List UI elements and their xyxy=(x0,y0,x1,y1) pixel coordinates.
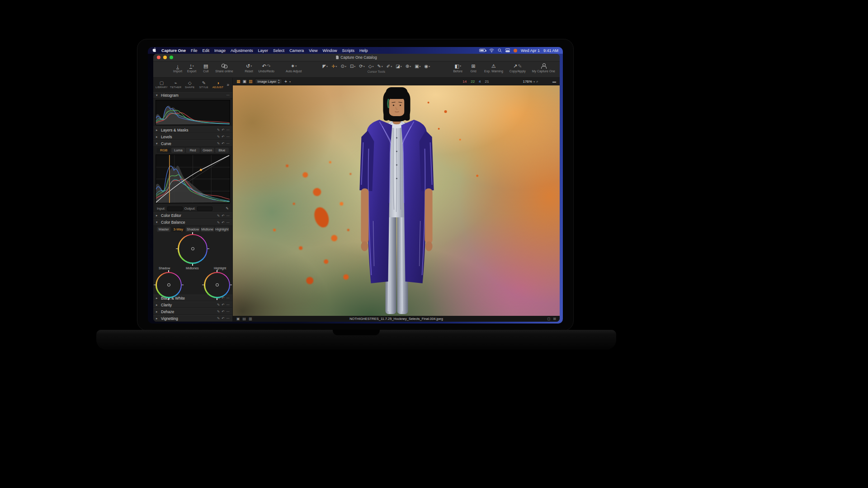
reset-panel-icon[interactable]: ↶ xyxy=(222,141,224,145)
menu-item-select[interactable]: Select xyxy=(273,48,284,53)
curve-tab-blue[interactable]: Blue xyxy=(215,148,229,153)
photo-canvas[interactable] xyxy=(233,85,560,316)
cb-tab-highlight[interactable]: Highlight xyxy=(215,227,229,232)
curve-edit-point-icon[interactable]: ✎ xyxy=(226,206,229,211)
single-view-icon[interactable]: ▣ xyxy=(243,79,247,84)
reset-panel-icon[interactable]: ↶ xyxy=(222,221,224,225)
more-icon[interactable]: ⋯ xyxy=(226,316,230,320)
rotate-tool-icon[interactable]: ⟳▾ xyxy=(359,64,364,69)
panel-header-levels[interactable]: ▸ Levels ✎ ↶ ⋯ xyxy=(153,133,232,140)
shadow-color-wheel[interactable] xyxy=(156,272,182,298)
curve-tab-red[interactable]: Red xyxy=(186,148,199,153)
panel-header-histogram[interactable]: ▾ Histogram ⋯ xyxy=(153,92,232,99)
wifi-icon[interactable] xyxy=(489,48,494,52)
more-icon[interactable]: ⋯ xyxy=(226,93,230,97)
more-icon[interactable]: ⋯ xyxy=(226,135,230,139)
panel-header-color-editor[interactable]: ▸ Color Editor ✎ ↶ ⋯ xyxy=(153,212,232,219)
curve-tab-rgb[interactable]: RGB xyxy=(157,148,170,153)
magic-brush-tool-icon[interactable]: ✐▾ xyxy=(387,64,392,69)
zoom-control[interactable]: 176% ▾ ⌕ xyxy=(523,79,538,84)
cb-tab-midtone[interactable]: Midtone xyxy=(201,227,214,232)
more-icon[interactable]: ⋯ xyxy=(226,128,230,132)
heal-tool-icon[interactable]: ⊕▾ xyxy=(406,64,411,69)
exposure-warning-button[interactable]: ⚠ Exp. Warning xyxy=(484,63,503,73)
tab-tether[interactable]: ⌁ TETHER xyxy=(169,80,182,89)
layer-select[interactable]: Image Layer ▴▾ xyxy=(255,79,283,84)
more-icon[interactable]: ⋯ xyxy=(226,303,230,307)
reset-panel-icon[interactable]: ↶ xyxy=(222,128,224,132)
control-center-icon[interactable] xyxy=(505,48,510,52)
menu-item-window[interactable]: Window xyxy=(323,48,337,53)
menu-item-edit[interactable]: Edit xyxy=(203,48,210,53)
panel-header-clarity[interactable]: ▸ Clarity ✎ ↶ ⋯ xyxy=(153,301,232,308)
my-capture-one-button[interactable]: My Capture One xyxy=(532,63,555,73)
menu-item-scripts[interactable]: Scripts xyxy=(342,48,355,53)
erase-tool-icon[interactable]: ◪▾ xyxy=(396,64,401,69)
proof-margin-icon[interactable]: ◻ xyxy=(547,317,551,321)
minimize-window-button[interactable] xyxy=(163,56,167,59)
select-tool-icon[interactable]: ◤▾ xyxy=(322,64,328,69)
panel-header-vignetting[interactable]: ▸ Vignetting ✎ ↶ ⋯ xyxy=(153,315,232,322)
thumbnails-view-icon[interactable]: ▦ xyxy=(236,79,241,84)
more-icon[interactable]: ⋯ xyxy=(226,141,230,145)
edit-icon[interactable]: ✎ xyxy=(217,221,220,225)
curve-tab-luma[interactable]: Luma xyxy=(171,148,185,153)
browser-toggle-icon[interactable]: ▣ xyxy=(236,317,240,321)
zoom-window-button[interactable] xyxy=(170,56,173,59)
menu-item-file[interactable]: File xyxy=(191,48,198,53)
reset-panel-icon[interactable]: ↶ xyxy=(222,214,224,218)
midtone-color-wheel[interactable] xyxy=(178,234,208,264)
edit-icon[interactable]: ✎ xyxy=(217,316,220,320)
panel-header-color-balance[interactable]: ▾ Color Balance ✎ ↶ ⋯ xyxy=(153,219,232,226)
copy-apply-button[interactable]: ↗✎ Copy/Apply xyxy=(509,63,526,73)
import-button[interactable]: ↓ Import xyxy=(173,63,182,73)
add-layer-caret-icon[interactable]: ▾ xyxy=(289,80,291,83)
reset-panel-icon[interactable]: ↶ xyxy=(222,135,224,139)
edit-icon[interactable]: ✎ xyxy=(217,141,220,145)
list-toggle-icon[interactable]: ▥ xyxy=(249,317,252,321)
compare-view-icon[interactable]: ▥ xyxy=(249,79,253,84)
search-icon[interactable] xyxy=(498,48,502,52)
capture-one-menu-extra-icon[interactable] xyxy=(514,49,517,52)
menu-item-camera[interactable]: Camera xyxy=(289,48,304,53)
close-window-button[interactable] xyxy=(157,56,160,59)
tab-shape[interactable]: ◇ SHAPE xyxy=(183,80,196,89)
edit-icon[interactable]: ✎ xyxy=(217,214,220,218)
clone-tool-icon[interactable]: ▣▾ xyxy=(415,64,420,69)
spot-tool-icon[interactable]: ◉▾ xyxy=(425,64,430,69)
tab-adjust[interactable]: ◑ ADJUST xyxy=(211,80,224,89)
reset-button[interactable]: ↺▾ Reset xyxy=(245,63,254,73)
menu-item-adjustments[interactable]: Adjustments xyxy=(231,48,253,53)
cb-tab-shadow[interactable]: Shadow xyxy=(186,227,199,232)
share-button[interactable]: Share online xyxy=(215,63,233,73)
before-button[interactable]: ◧▾ Before xyxy=(453,63,462,73)
curve-input-field[interactable] xyxy=(167,206,183,211)
more-icon[interactable]: ⋯ xyxy=(226,221,230,225)
curve-tab-green[interactable]: Green xyxy=(201,148,214,153)
tab-style[interactable]: ✎ STYLE xyxy=(197,80,210,89)
more-icon[interactable]: ⋯ xyxy=(226,310,230,314)
more-icon[interactable]: ⋯ xyxy=(226,214,230,218)
menu-item-layer[interactable]: Layer xyxy=(258,48,269,53)
curve-graph[interactable] xyxy=(156,155,230,203)
edit-icon[interactable]: ✎ xyxy=(217,135,220,139)
grid-overlay-icon[interactable]: ⊞ xyxy=(553,317,556,321)
reset-panel-icon[interactable]: ↶ xyxy=(222,310,224,314)
undo-redo-button[interactable]: ↶↷ Undo/Redo xyxy=(259,63,274,73)
shape-tool-icon[interactable]: ◇▾ xyxy=(368,64,374,69)
edit-icon[interactable]: ✎ xyxy=(217,303,220,307)
cb-tab-master[interactable]: Master xyxy=(157,227,170,232)
menu-item-help[interactable]: Help xyxy=(359,48,368,53)
crop-tool-icon[interactable]: ⊡▾ xyxy=(350,64,355,69)
edit-icon[interactable]: ✎ xyxy=(217,310,220,314)
panel-header-dehaze[interactable]: ▸ Dehaze ✎ ↶ ⋯ xyxy=(153,308,232,315)
reset-panel-icon[interactable]: ↶ xyxy=(222,316,224,320)
grid-button[interactable]: ⊞ Grid xyxy=(469,63,478,73)
edit-icon[interactable]: ✎ xyxy=(217,128,220,132)
more-icon[interactable]: ⋯ xyxy=(226,296,230,300)
menu-item-view[interactable]: View xyxy=(309,48,317,53)
panel-header-curve[interactable]: ▾ Curve ✎ ↶ ⋯ xyxy=(153,140,232,147)
pan-tool-icon[interactable]: ✛▾ xyxy=(331,64,337,69)
curve-output-field[interactable] xyxy=(197,206,212,211)
add-layer-button[interactable]: + xyxy=(284,79,287,84)
